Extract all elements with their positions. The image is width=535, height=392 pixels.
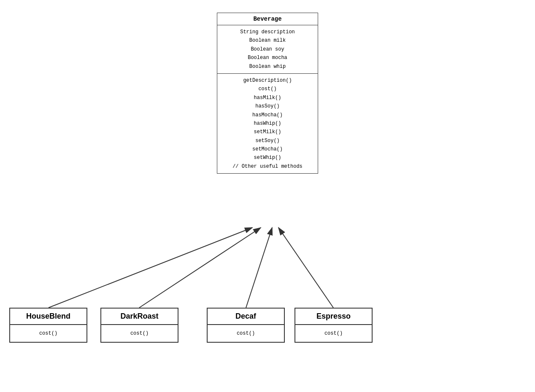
method-other: // Other useful methods xyxy=(222,162,313,171)
decaf-class-name: Decaf xyxy=(208,309,284,325)
attr-mocha: Boolean mocha xyxy=(222,54,313,62)
attr-milk: Boolean milk xyxy=(222,36,313,45)
espresso-class-name: Espresso xyxy=(295,309,372,325)
houseblend-cost: cost() xyxy=(14,329,82,338)
method-hasWhip: hasWhip() xyxy=(222,119,313,128)
method-hasSoy: hasSoy() xyxy=(222,102,313,110)
decaf-methods: cost() xyxy=(208,325,284,342)
method-hasMocha: hasMocha() xyxy=(222,111,313,119)
method-setMocha: setMocha() xyxy=(222,145,313,153)
svg-line-2 xyxy=(139,228,261,308)
svg-line-1 xyxy=(49,228,252,308)
espresso-class-box: Espresso cost() xyxy=(295,308,373,343)
method-setSoy: setSoy() xyxy=(222,137,313,145)
houseblend-class-name: HouseBlend xyxy=(10,309,86,325)
svg-line-3 xyxy=(246,228,272,308)
svg-line-4 xyxy=(278,228,333,308)
decaf-cost: cost() xyxy=(212,329,280,338)
attr-whip: Boolean whip xyxy=(222,62,313,71)
darkroast-methods: cost() xyxy=(101,325,178,342)
method-hasMilk: hasMilk() xyxy=(222,94,313,102)
diagram-container: Beverage String description Boolean milk… xyxy=(0,0,535,392)
beverage-attributes: String description Boolean milk Boolean … xyxy=(217,25,318,74)
beverage-class-box: Beverage String description Boolean milk… xyxy=(217,13,318,174)
houseblend-class-box: HouseBlend cost() xyxy=(9,308,87,343)
method-setWhip: setWhip() xyxy=(222,153,313,162)
method-setMilk: setMilk() xyxy=(222,128,313,136)
beverage-class-name: Beverage xyxy=(217,13,318,25)
method-getDescription: getDescription() xyxy=(222,76,313,85)
darkroast-class-box: DarkRoast cost() xyxy=(100,308,178,343)
attr-description: String description xyxy=(222,28,313,36)
beverage-methods: getDescription() cost() hasMilk() hasSoy… xyxy=(217,74,318,173)
darkroast-cost: cost() xyxy=(105,329,173,338)
espresso-methods: cost() xyxy=(295,325,372,342)
espresso-cost: cost() xyxy=(300,329,367,338)
houseblend-methods: cost() xyxy=(10,325,86,342)
attr-soy: Boolean soy xyxy=(222,45,313,54)
method-cost: cost() xyxy=(222,85,313,93)
decaf-class-box: Decaf cost() xyxy=(207,308,285,343)
darkroast-class-name: DarkRoast xyxy=(101,309,178,325)
